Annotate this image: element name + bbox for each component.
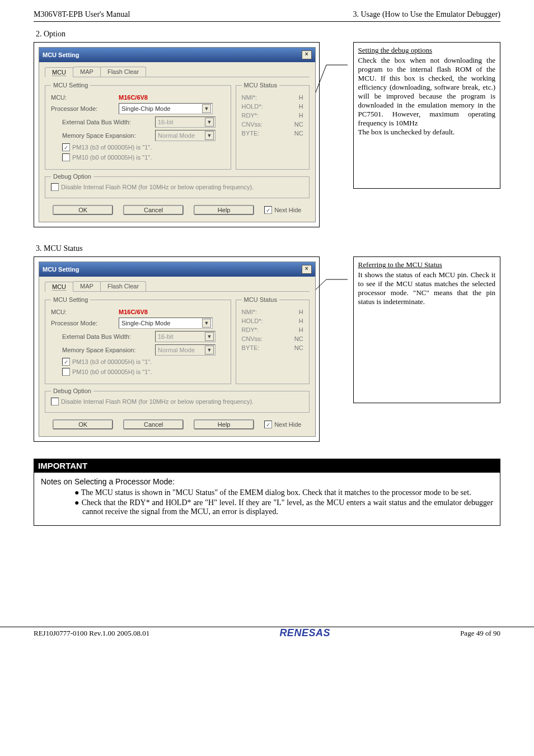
debug-option-group: Debug Option Disable Internal Flash ROM … bbox=[45, 173, 310, 198]
cancel-button[interactable]: Cancel bbox=[123, 419, 184, 430]
ext-bus-select: 16-bit ▼ bbox=[155, 331, 216, 342]
mcu-label: MCU: bbox=[51, 94, 115, 101]
pm13-checkbox[interactable]: ✓ PM13 (b3 of 000005H) is "1". bbox=[62, 143, 152, 151]
chevron-down-icon: ▼ bbox=[202, 319, 211, 328]
status-nmi-label: NMI*: bbox=[242, 94, 257, 101]
mcu-label: MCU: bbox=[51, 309, 115, 315]
pm13-checkbox[interactable]: ✓PM13 (b3 of 000005H) is "1". bbox=[62, 358, 152, 366]
window-title: MCU Setting bbox=[43, 52, 79, 58]
status-note-title: Referring to the MCU Status bbox=[358, 260, 495, 269]
tab-flash-clear[interactable]: Flash Clear bbox=[100, 281, 146, 291]
tab-mcu[interactable]: MCU bbox=[45, 67, 73, 77]
callout-connector bbox=[325, 256, 348, 442]
chevron-down-icon: ▼ bbox=[205, 346, 214, 354]
footer-right: Page 49 of 90 bbox=[460, 629, 500, 638]
mcu-status-legend: MCU Status bbox=[242, 296, 279, 303]
tab-strip: MCU MAP Flash Clear bbox=[45, 67, 310, 77]
debug-option-legend: Debug Option bbox=[51, 388, 93, 394]
close-icon[interactable]: × bbox=[302, 265, 312, 274]
status-note-body: It shows the status of each MCU pin. Che… bbox=[358, 270, 495, 306]
chevron-down-icon: ▼ bbox=[202, 104, 211, 113]
mem-exp-label: Memory Space Expansion: bbox=[62, 347, 152, 353]
help-button[interactable]: Help bbox=[194, 205, 254, 215]
header-right: 3. Usage (How to Use the Emulator Debugg… bbox=[353, 10, 500, 19]
window-titlebar: MCU Setting × bbox=[39, 48, 315, 62]
tab-mcu[interactable]: MCU bbox=[45, 282, 73, 292]
tab-map[interactable]: MAP bbox=[73, 281, 101, 291]
status-byte-value: NC bbox=[294, 130, 303, 137]
option-side-note: Setting the debug options Check the box … bbox=[353, 42, 500, 189]
ok-button[interactable]: OK bbox=[53, 205, 113, 215]
mcu-value: M16C/6V8 bbox=[119, 94, 148, 101]
debug-option-legend: Debug Option bbox=[51, 173, 93, 180]
ext-bus-select: 16-bit ▼ bbox=[155, 116, 216, 128]
pm10-checkbox[interactable]: PM10 (b0 of 000005H) is "1". bbox=[62, 153, 152, 161]
processor-mode-select[interactable]: Single-Chip Mode ▼ bbox=[119, 318, 213, 329]
section-3-title: 3. MCU Status bbox=[36, 244, 500, 253]
ext-bus-label: External Data Bus Width: bbox=[62, 333, 152, 340]
option-note-body: Check the box when not downloading the p… bbox=[358, 56, 495, 136]
mcu-status-group: MCU Status NMI*:H HOLD*:H RDY*:H CNVss:N… bbox=[236, 82, 310, 170]
chevron-down-icon: ▼ bbox=[205, 332, 214, 341]
next-hide-checkbox[interactable]: ✓ Next Hide bbox=[264, 421, 301, 428]
tab-strip: MCU MAP Flash Clear bbox=[45, 281, 310, 292]
status-rdy-value: H bbox=[299, 112, 303, 119]
page-header: M306V8T-EPB User's Manual 3. Usage (How … bbox=[34, 10, 500, 22]
mcu-value: M16C/6V8 bbox=[119, 309, 148, 315]
tab-map[interactable]: MAP bbox=[73, 67, 101, 77]
mem-exp-select: Normal Mode ▼ bbox=[155, 344, 216, 356]
notes-title: Notes on Selecting a Processor Mode: bbox=[41, 477, 493, 486]
status-cnvss-value: NC bbox=[294, 121, 303, 128]
option-note-title: Setting the debug options bbox=[358, 46, 495, 55]
close-icon[interactable]: × bbox=[302, 50, 312, 59]
callout-connector bbox=[325, 42, 348, 227]
mcu-status-legend: MCU Status bbox=[242, 82, 279, 88]
status-side-note: Referring to the MCU Status It shows the… bbox=[353, 256, 500, 403]
mcu-setting-group: MCU Setting MCU: M16C/6V8 Processor Mode… bbox=[45, 296, 231, 384]
status-byte-label: BYTE: bbox=[242, 130, 260, 137]
chevron-down-icon: ▼ bbox=[205, 131, 214, 140]
processor-mode-label: Processor Mode: bbox=[51, 320, 115, 326]
header-left: M306V8T-EPB User's Manual bbox=[34, 10, 130, 19]
important-notes: Notes on Selecting a Processor Mode: The… bbox=[34, 473, 500, 526]
cancel-button[interactable]: Cancel bbox=[123, 205, 184, 215]
processor-mode-label: Processor Mode: bbox=[51, 105, 115, 112]
status-cnvss-label: CNVss: bbox=[242, 121, 263, 128]
debug-option-group: Debug Option Disable Internal Flash ROM … bbox=[45, 388, 310, 413]
next-hide-checkbox[interactable]: ✓ Next Hide bbox=[264, 206, 301, 214]
status-rdy-label: RDY*: bbox=[242, 112, 259, 119]
option-dialog-container: MCU Setting × MCU MAP Flash Clear MCU Se… bbox=[34, 42, 320, 227]
processor-mode-select[interactable]: Single-Chip Mode ▼ bbox=[119, 103, 213, 114]
mem-exp-select: Normal Mode ▼ bbox=[155, 130, 216, 141]
pm10-checkbox[interactable]: PM10 (b0 of 000005H) is "1". bbox=[62, 368, 152, 376]
section-2-title: 2. Option bbox=[36, 30, 500, 39]
window-titlebar: MCU Setting × bbox=[39, 262, 315, 277]
status-hold-value: H bbox=[299, 103, 303, 110]
help-button[interactable]: Help bbox=[194, 419, 254, 430]
ext-bus-label: External Data Bus Width: bbox=[62, 119, 152, 125]
mem-exp-label: Memory Space Expansion: bbox=[62, 132, 152, 139]
status-hold-label: HOLD*: bbox=[242, 103, 263, 110]
ok-button[interactable]: OK bbox=[53, 419, 113, 430]
window-title: MCU Setting bbox=[43, 266, 79, 273]
mcu-setting-window-2: MCU Setting × MCU MAP Flash Clear MCU Se… bbox=[39, 262, 316, 437]
status-nmi-value: H bbox=[299, 94, 303, 101]
note-item-1: The MCU status is shown in "MCU Status" … bbox=[74, 488, 493, 497]
note-item-2: Check that the RDY* and HOLD* are "H" le… bbox=[74, 498, 493, 516]
mcu-setting-legend: MCU Setting bbox=[51, 296, 90, 303]
mcu-setting-group: MCU Setting MCU: M16C/6V8 Processor Mode… bbox=[45, 82, 231, 170]
mcu-setting-legend: MCU Setting bbox=[51, 82, 90, 88]
renesas-logo: RENESAS bbox=[279, 627, 330, 639]
footer-left: REJ10J0777-0100 Rev.1.00 2005.08.01 bbox=[34, 629, 149, 638]
disable-flash-checkbox[interactable]: Disable Internal Flash ROM (for 10MHz or… bbox=[51, 183, 254, 191]
page-footer: REJ10J0777-0100 Rev.1.00 2005.08.01 RENE… bbox=[0, 627, 534, 649]
disable-flash-checkbox[interactable]: Disable Internal Flash ROM (for 10MHz or… bbox=[51, 398, 254, 405]
status-dialog-container: MCU Setting × MCU MAP Flash Clear MCU Se… bbox=[34, 256, 320, 442]
chevron-down-icon: ▼ bbox=[205, 118, 214, 127]
important-bar: IMPORTANT bbox=[34, 459, 500, 473]
mcu-status-group: MCU Status NMI*:H HOLD*:H RDY*:H CNVss:N… bbox=[236, 296, 310, 384]
tab-flash-clear[interactable]: Flash Clear bbox=[100, 67, 146, 77]
mcu-setting-window: MCU Setting × MCU MAP Flash Clear MCU Se… bbox=[39, 47, 316, 222]
